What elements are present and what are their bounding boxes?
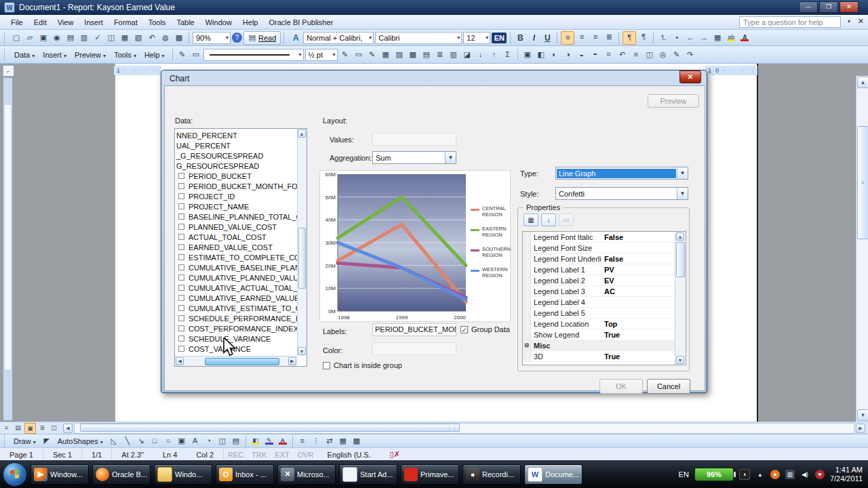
contrast-more-icon[interactable]: ◐ (549, 49, 561, 61)
insert-picture-icon[interactable]: ▤ (230, 435, 242, 447)
type-select[interactable]: Line Graph▼ (555, 167, 688, 180)
open-icon[interactable]: ▱ (24, 32, 36, 44)
item-checkbox[interactable] (178, 214, 184, 220)
security-icon[interactable]: ♥ (815, 470, 825, 479)
decrease-indent-icon[interactable]: ← (684, 32, 696, 44)
shading-color-icon[interactable]: ▨ (393, 49, 406, 61)
font-select[interactable]: Calibri▾ (375, 32, 462, 44)
list-scroll-left-icon[interactable]: ◀ (176, 357, 184, 365)
line-color-button[interactable]: ✎ (263, 435, 275, 447)
collapse-icon[interactable]: ⊟ (523, 340, 531, 350)
data-list-item[interactable]: CUMULATIVE_ACTUAL_TOAL_COST (175, 283, 297, 293)
line-icon[interactable]: ╲ (121, 435, 134, 447)
taskbar-button[interactable]: ✕ Microso... (277, 464, 336, 485)
tab-stop-selector[interactable]: ⌐ (3, 65, 14, 77)
alphabetical-sort-icon[interactable]: ↓ (541, 214, 556, 226)
print-preview-icon[interactable]: ▥ (78, 32, 90, 44)
line-style-select[interactable]: ▾ (203, 49, 304, 61)
item-checkbox[interactable] (178, 305, 184, 311)
property-row[interactable]: Legend Label 5 (523, 308, 675, 319)
outside-border-icon[interactable]: ▦ (380, 49, 392, 61)
color-mode-icon[interactable]: ◧ (535, 49, 547, 61)
fill-color-button[interactable]: ◧ (250, 435, 262, 447)
status-flag[interactable]: EXT (271, 449, 293, 460)
clock[interactable]: 1:41 AM 7/24/2011 (830, 466, 863, 483)
aggregation-select[interactable]: Sum▼ (372, 151, 456, 164)
power-plug-icon[interactable]: ◖ (739, 469, 750, 480)
labels-input[interactable]: PERIOD_BUCKET_MONTH (372, 323, 456, 336)
start-button[interactable] (3, 462, 27, 487)
bip-menu-item[interactable]: Data ▾ (10, 49, 39, 60)
draw-table-icon[interactable]: ✎ (339, 49, 351, 61)
list-scroll-right-icon[interactable]: ▶ (288, 357, 296, 365)
menu-item[interactable]: Window (200, 17, 237, 28)
autoshapes-menu[interactable]: AutoShapes ▾ (54, 436, 106, 446)
item-checkbox[interactable] (178, 173, 184, 179)
tray-app-icon[interactable]: ● (770, 470, 780, 479)
menu-item[interactable]: Oracle BI Publisher (263, 17, 338, 28)
clipart-icon[interactable]: ◫ (216, 435, 229, 447)
brightness-less-icon[interactable]: ◓ (589, 49, 601, 61)
item-checkbox[interactable] (178, 254, 184, 260)
menu-item[interactable]: Format (108, 17, 143, 28)
data-list-item[interactable]: ACTUAL_TOAL_COST (175, 232, 297, 242)
property-group-row[interactable]: ⊟ Misc (523, 340, 675, 351)
menu-item[interactable]: File (5, 17, 28, 28)
tray-language[interactable]: EN (679, 470, 689, 479)
data-list-item[interactable]: BASELINE_PLANNED_TOTAL_COST (175, 211, 297, 222)
preview-button[interactable]: Preview (648, 94, 699, 108)
taskbar-button[interactable]: ● Recordi... (462, 464, 521, 485)
item-checkbox[interactable] (178, 295, 184, 301)
insert-hyperlink-icon[interactable]: ◍ (159, 32, 172, 44)
horizontal-scrollbar[interactable]: ⋮⋮ (74, 423, 854, 434)
categorized-view-icon[interactable]: ▦ (524, 214, 538, 226)
color-input[interactable] (372, 342, 456, 355)
align-left-icon[interactable]: ≡ (561, 31, 574, 45)
research-icon[interactable]: ◫ (105, 32, 117, 44)
vertical-scroll-thumb[interactable]: ≡ (857, 126, 868, 239)
horizontal-ruler-left[interactable]: 1· · · · (114, 66, 161, 75)
border-color-icon[interactable]: ✎ (366, 49, 378, 61)
bip-menu-item[interactable]: Preview ▾ (71, 49, 110, 60)
menu-item[interactable]: Tools (143, 17, 172, 28)
rtl-paragraph-icon[interactable]: ¶ (637, 31, 650, 43)
underline-button[interactable]: U (541, 32, 553, 44)
help-box-dropdown-icon[interactable]: ▾ (848, 18, 850, 24)
contrast-less-icon[interactable]: ◑ (562, 49, 574, 61)
wordart-icon[interactable]: A (189, 435, 201, 447)
item-checkbox[interactable] (178, 274, 184, 281)
taskbar-button[interactable]: O Inbox - ... (216, 464, 274, 485)
set-transparent-icon[interactable]: ✎ (671, 49, 683, 61)
cancel-button[interactable]: Cancel (647, 379, 690, 394)
border-icon[interactable]: ▦ (711, 32, 724, 44)
spelling-icon[interactable]: ✓ (92, 32, 104, 44)
group-data-checkbox[interactable]: ✓ (460, 326, 468, 333)
item-checkbox[interactable] (178, 193, 184, 199)
data-list-item[interactable]: G_RESOURCESPREAD (175, 161, 297, 171)
hscroll-right-icon[interactable]: ▶ (856, 424, 865, 433)
sort-ascending-icon[interactable]: ↓ (475, 49, 487, 61)
normal-view-icon[interactable]: ≡ (1, 423, 12, 432)
italic-button[interactable]: I (528, 32, 540, 44)
styles-pane-icon[interactable]: A (290, 32, 302, 44)
web-layout-icon[interactable]: ▤ (13, 423, 23, 432)
property-row[interactable]: Legend Label 4 (523, 297, 675, 308)
ltr-paragraph-icon[interactable]: ¶ (623, 31, 636, 45)
help-search-input[interactable]: Type a question for help (739, 16, 841, 28)
item-checkbox[interactable] (178, 183, 184, 189)
text-direction-icon[interactable]: ◪ (461, 49, 473, 61)
menu-item[interactable]: Help (237, 17, 264, 28)
line-style-icon[interactable]: ≡ (296, 435, 309, 447)
align-center-icon[interactable]: ≡ (576, 31, 588, 43)
justify-icon[interactable]: ≣ (603, 31, 615, 43)
data-list-item[interactable]: CUMULATIVE_PLANNED_VALUE_CO (175, 272, 297, 283)
select-arrow-icon[interactable]: ◤ (41, 435, 53, 447)
paste-icon[interactable]: ▧ (132, 32, 144, 44)
property-row[interactable]: Legend LocationTop (523, 319, 675, 329)
prop-scroll-down-icon[interactable]: ▼ (676, 356, 684, 364)
item-checkbox[interactable] (178, 203, 184, 209)
data-list-item[interactable]: CUMULATIVE_EARNED_VALUE_COS (175, 293, 297, 303)
print-layout-icon[interactable]: ▣ (24, 423, 36, 434)
taskbar-button[interactable]: W Docume... (524, 464, 583, 485)
data-list-item[interactable]: UAL_PERCENT (175, 140, 297, 150)
